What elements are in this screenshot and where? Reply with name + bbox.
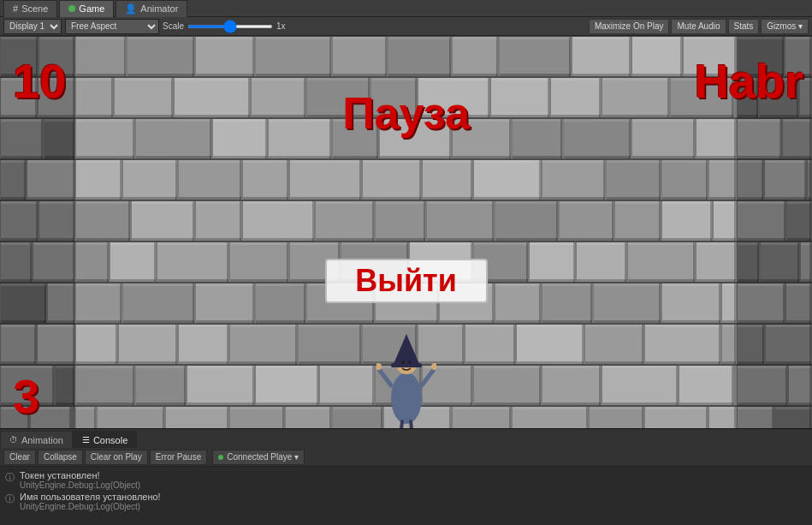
log-entry-1: ⓘ Имя пользователя установлено! UnityEng…: [5, 492, 807, 511]
scale-value: 1x: [276, 21, 286, 31]
console-area: ⏱ Animation ☰ Console Clear Collapse Cle…: [0, 428, 812, 525]
svg-line-4: [378, 368, 391, 385]
console-tab-bar: ⏱ Animation ☰ Console: [0, 429, 812, 448]
game-tab-dot: [68, 5, 75, 12]
animation-tab-label: Animation: [21, 435, 63, 445]
log-icon-0: ⓘ: [5, 471, 15, 484]
tab-animation[interactable]: ⏱ Animation: [0, 431, 73, 448]
svg-point-10: [401, 361, 405, 364]
console-log: ⓘ Токен установлен! UnityEngine.Debug:Lo…: [0, 467, 812, 525]
scene-tab-label: Scene: [21, 3, 48, 14]
tab-scene[interactable]: # Scene: [3, 0, 57, 17]
error-pause-button[interactable]: Error Pause: [150, 450, 207, 465]
game-viewport: 10 Habr Пауза Выйти 3: [0, 36, 812, 437]
clear-button[interactable]: Clear: [3, 450, 36, 465]
svg-point-11: [408, 361, 412, 364]
log-entry-0: ⓘ Токен установлен! UnityEngine.Debug:Lo…: [5, 470, 807, 490]
collapse-button[interactable]: Collapse: [38, 450, 83, 465]
log-text-0: Токен установлен! UnityEngine.Debug:Log(…: [20, 470, 140, 490]
console-toolbar: Clear Collapse Clear on Play Error Pause…: [0, 448, 812, 467]
score-bottom-left: 3: [13, 368, 39, 424]
top-tab-bar: # Scene Game 👤 Animator: [0, 0, 812, 17]
scale-slider[interactable]: [187, 25, 273, 28]
tab-game[interactable]: Game: [59, 0, 114, 17]
connected-dot: [218, 455, 223, 460]
svg-point-0: [391, 373, 422, 424]
animator-tab-icon: 👤: [125, 3, 137, 15]
log-text-1: Имя пользователя установлено! UnityEngin…: [20, 492, 161, 511]
display-select[interactable]: Display 1: [3, 19, 62, 34]
svg-marker-2: [394, 334, 419, 364]
toolbar-right: Maximize On Play Mute Audio Stats Gizmos…: [589, 19, 809, 34]
game-toolbar: Display 1 Free Aspect Scale 1x Maximize …: [0, 17, 812, 36]
stats-button[interactable]: Stats: [728, 19, 760, 34]
tab-animator[interactable]: 👤 Animator: [116, 0, 187, 17]
log-sub-0: UnityEngine.Debug:Log(Object): [20, 480, 140, 490]
scale-control: Scale 1x: [163, 21, 286, 31]
animator-tab-label: Animator: [140, 3, 178, 14]
game-tab-label: Game: [79, 3, 104, 14]
pause-text: Пауза: [342, 87, 470, 139]
console-tab-icon: ☰: [82, 435, 90, 444]
console-tab-label: Console: [93, 435, 127, 445]
exit-button[interactable]: Выйти: [325, 259, 488, 303]
log-sub-1: UnityEngine.Debug:Log(Object): [20, 502, 161, 511]
animation-tab-icon: ⏱: [9, 435, 18, 444]
score-top-left: 10: [13, 53, 66, 109]
svg-line-5: [422, 368, 435, 385]
scale-label: Scale: [163, 21, 184, 31]
gizmos-button[interactable]: Gizmos ▾: [761, 19, 809, 34]
clear-on-play-button[interactable]: Clear on Play: [85, 450, 148, 465]
scene-tab-icon: #: [13, 3, 18, 14]
connected-label: Connected Playe ▾: [227, 452, 299, 462]
connected-players-dropdown[interactable]: Connected Playe ▾: [212, 450, 305, 465]
maximize-on-play-button[interactable]: Maximize On Play: [589, 19, 670, 34]
log-icon-1: ⓘ: [5, 492, 15, 505]
tab-console[interactable]: ☰ Console: [73, 431, 137, 448]
svg-rect-3: [391, 363, 422, 367]
mute-audio-button[interactable]: Mute Audio: [671, 19, 726, 34]
aspect-select[interactable]: Free Aspect: [65, 19, 159, 34]
wizard-character: [376, 317, 436, 437]
brand-label: Habr: [694, 53, 803, 109]
